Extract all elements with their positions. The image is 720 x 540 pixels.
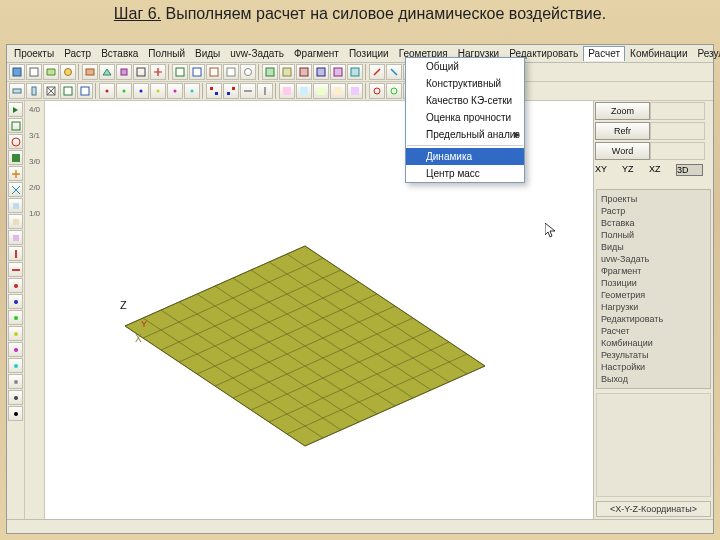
left-tool-icon[interactable]	[8, 230, 23, 245]
right-menu-item[interactable]: Позиции	[601, 277, 706, 289]
right-menu-item[interactable]: Проекты	[601, 193, 706, 205]
tool-icon[interactable]	[386, 83, 402, 99]
left-tool-icon[interactable]	[8, 406, 23, 421]
menu-positions[interactable]: Позиции	[344, 46, 394, 61]
right-menu-item[interactable]: Результаты	[601, 349, 706, 361]
tool-icon[interactable]	[347, 83, 363, 99]
right-menu-item[interactable]: Виды	[601, 241, 706, 253]
tool-icon[interactable]	[9, 83, 25, 99]
left-tool-icon[interactable]	[8, 214, 23, 229]
calc-item-mass-center[interactable]: Центр масс	[406, 165, 524, 182]
calc-item-construct[interactable]: Конструктивный	[406, 75, 524, 92]
tool-icon[interactable]	[279, 83, 295, 99]
right-menu-item[interactable]: Фрагмент	[601, 265, 706, 277]
tool-icon[interactable]	[206, 64, 222, 80]
menu-uvw[interactable]: uvw-Задать	[225, 46, 289, 61]
tool-icon[interactable]	[240, 64, 256, 80]
left-tool-icon[interactable]	[8, 182, 23, 197]
tool-icon[interactable]	[43, 83, 59, 99]
tool-icon[interactable]	[133, 64, 149, 80]
left-tool-icon[interactable]	[8, 166, 23, 181]
left-tool-icon[interactable]	[8, 326, 23, 341]
tool-icon[interactable]	[26, 83, 42, 99]
tool-icon[interactable]	[9, 64, 25, 80]
tool-icon[interactable]	[150, 83, 166, 99]
tool-icon[interactable]	[240, 83, 256, 99]
left-tool-icon[interactable]	[8, 134, 23, 149]
view-yz[interactable]: YZ	[622, 164, 649, 176]
menu-projects[interactable]: Проекты	[9, 46, 59, 61]
tool-icon[interactable]	[347, 64, 363, 80]
left-tool-icon[interactable]	[8, 246, 23, 261]
tool-icon[interactable]	[223, 64, 239, 80]
tool-icon[interactable]	[116, 64, 132, 80]
tool-icon[interactable]	[172, 64, 188, 80]
word-button[interactable]: Word	[595, 142, 650, 160]
tool-icon[interactable]	[223, 83, 239, 99]
calc-item-dynamics[interactable]: Динамика	[406, 148, 524, 165]
tool-icon[interactable]	[189, 64, 205, 80]
menu-calc[interactable]: Расчет	[583, 46, 625, 61]
menu-combinations[interactable]: Комбинации	[625, 46, 692, 61]
left-tool-icon[interactable]	[8, 102, 23, 117]
calc-item-strength[interactable]: Оценка прочности	[406, 109, 524, 126]
view-xy[interactable]: XY	[595, 164, 622, 176]
tool-icon[interactable]	[116, 83, 132, 99]
tool-icon[interactable]	[206, 83, 222, 99]
left-tool-icon[interactable]	[8, 390, 23, 405]
tool-icon[interactable]	[184, 83, 200, 99]
tool-icon[interactable]	[369, 64, 385, 80]
tool-icon[interactable]	[150, 64, 166, 80]
left-tool-icon[interactable]	[8, 342, 23, 357]
calc-item-general[interactable]: Общий	[406, 58, 524, 75]
tool-icon[interactable]	[257, 83, 273, 99]
tool-icon[interactable]	[262, 64, 278, 80]
tool-icon[interactable]	[43, 64, 59, 80]
refresh-blank-button[interactable]	[650, 122, 705, 140]
tool-icon[interactable]	[99, 83, 115, 99]
right-menu-item[interactable]: Вставка	[601, 217, 706, 229]
tool-icon[interactable]	[313, 83, 329, 99]
view-xz[interactable]: XZ	[649, 164, 676, 176]
calc-item-mesh-q[interactable]: Качество КЭ-сетки	[406, 92, 524, 109]
tool-icon[interactable]	[313, 64, 329, 80]
tool-icon[interactable]	[77, 83, 93, 99]
tool-icon[interactable]	[167, 83, 183, 99]
right-menu-item[interactable]: Расчет	[601, 325, 706, 337]
right-menu-item[interactable]: Выход	[601, 373, 706, 385]
tool-icon[interactable]	[60, 83, 76, 99]
tool-icon[interactable]	[330, 83, 346, 99]
tool-icon[interactable]	[386, 64, 402, 80]
view-3d[interactable]: 3D	[676, 164, 703, 176]
left-tool-icon[interactable]	[8, 262, 23, 277]
menu-results[interactable]: Результаты	[693, 46, 720, 61]
tool-icon[interactable]	[82, 64, 98, 80]
tool-icon[interactable]	[26, 64, 42, 80]
left-tool-icon[interactable]	[8, 198, 23, 213]
right-menu-item[interactable]: Нагрузки	[601, 301, 706, 313]
tool-icon[interactable]	[330, 64, 346, 80]
right-menu-item[interactable]: Полный	[601, 229, 706, 241]
menu-raster[interactable]: Растр	[59, 46, 96, 61]
refresh-button[interactable]: Refr	[595, 122, 650, 140]
left-tool-icon[interactable]	[8, 310, 23, 325]
left-tool-icon[interactable]	[8, 150, 23, 165]
tool-icon[interactable]	[369, 83, 385, 99]
tool-icon[interactable]	[279, 64, 295, 80]
tool-icon[interactable]	[99, 64, 115, 80]
right-menu-item[interactable]: uvw-Задать	[601, 253, 706, 265]
right-menu-item[interactable]: Редактировать	[601, 313, 706, 325]
tool-icon[interactable]	[133, 83, 149, 99]
tool-icon[interactable]	[296, 83, 312, 99]
tool-icon[interactable]	[296, 64, 312, 80]
right-menu-item[interactable]: Геометрия	[601, 289, 706, 301]
left-tool-icon[interactable]	[8, 374, 23, 389]
menu-views[interactable]: Виды	[190, 46, 225, 61]
menu-full[interactable]: Полный	[143, 46, 190, 61]
left-tool-icon[interactable]	[8, 118, 23, 133]
left-tool-icon[interactable]	[8, 358, 23, 373]
menu-insert[interactable]: Вставка	[96, 46, 143, 61]
right-menu-item[interactable]: Комбинации	[601, 337, 706, 349]
menu-fragment[interactable]: Фрагмент	[289, 46, 344, 61]
left-tool-icon[interactable]	[8, 294, 23, 309]
